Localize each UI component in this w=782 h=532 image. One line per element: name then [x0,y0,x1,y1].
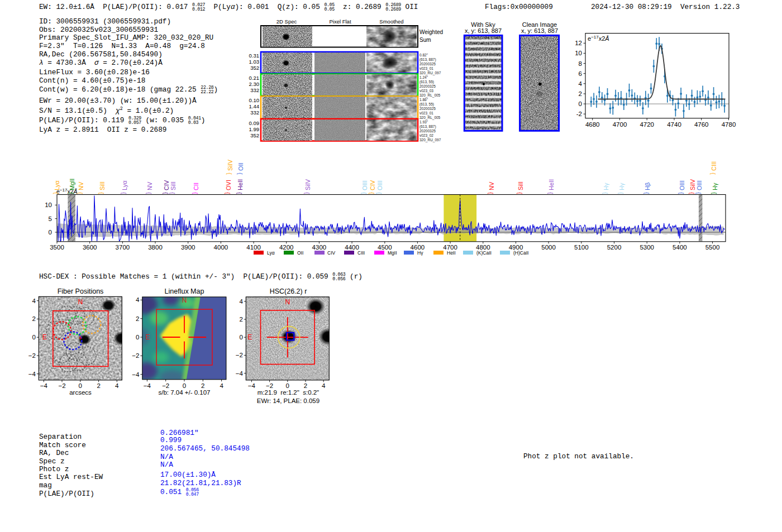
svg-text:−4: −4 [28,371,36,377]
svg-text:0: 0 [79,382,82,389]
svg-text:4: 4 [239,298,243,305]
svg-text:0: 0 [579,100,582,107]
svg-text:HSC(26.2) r: HSC(26.2) r [270,287,307,295]
svg-text:2: 2 [97,382,100,389]
svg-text:−4: −4 [144,382,151,389]
svg-text:4740: 4740 [667,121,681,128]
svg-text:4: 4 [115,382,119,389]
svg-text:4: 4 [136,296,140,303]
svg-text:E: E [247,333,252,341]
svg-text:5400: 5400 [673,244,687,251]
svg-text:4100: 4100 [246,244,261,251]
svg-text:−4: −4 [40,382,48,389]
svg-text:10: 10 [575,50,582,56]
svg-text:−4: −4 [236,370,244,377]
svg-text:2: 2 [304,382,307,389]
svg-text:0: 0 [136,334,139,341]
svg-text:5000: 5000 [541,244,556,251]
svg-text:−2: −2 [58,382,65,389]
svg-text:s/b: 7.04 +/- 0.107: s/b: 7.04 +/- 0.107 [158,389,210,396]
svg-text:4: 4 [32,298,36,304]
svg-text:4: 4 [220,382,223,389]
svg-text:5200: 5200 [607,244,622,251]
svg-text:4780: 4780 [722,121,736,128]
svg-text:12: 12 [575,40,582,46]
svg-text:−2: −2 [28,352,36,359]
svg-text:8: 8 [579,60,582,67]
svg-text:5100: 5100 [574,244,589,251]
svg-text:2: 2 [239,316,242,323]
svg-text:4000: 4000 [214,244,228,251]
svg-text:0: 0 [239,334,242,341]
svg-text:0: 0 [183,382,186,389]
svg-text:-2: -2 [576,111,582,117]
svg-text:−2: −2 [236,352,243,358]
svg-text:−2: −2 [162,382,169,389]
svg-text:E: E [42,333,47,341]
svg-text:3500: 3500 [50,244,64,251]
svg-text:−2: −2 [266,382,273,389]
svg-text:+: + [79,334,82,341]
svg-text:0: 0 [32,334,35,341]
svg-text:N: N [78,298,83,306]
svg-text:−4: −4 [132,371,140,378]
svg-text:4700: 4700 [613,121,627,128]
svg-text:N: N [285,298,290,306]
svg-text:4200: 4200 [279,244,294,251]
svg-text:m:21.9 re:1.2" s:0.2": m:21.9 re:1.2" s:0.2" [258,389,319,396]
svg-text:4: 4 [322,382,326,389]
svg-text:2: 2 [32,315,35,322]
svg-text:0: 0 [286,382,289,389]
svg-text:3700: 3700 [116,244,130,251]
svg-text:arcsecs: arcsecs [69,389,92,396]
svg-text:4: 4 [579,80,583,87]
svg-text:2: 2 [201,382,204,389]
svg-text:0: 0 [49,229,52,236]
svg-text:e−17x2Å: e−17x2Å [588,35,609,42]
svg-text:5300: 5300 [640,244,654,251]
svg-text:−2: −2 [132,352,139,359]
svg-text:5500: 5500 [705,244,720,251]
svg-text:4300: 4300 [312,244,327,251]
svg-text:E: E [145,333,150,341]
svg-text:2: 2 [579,90,582,97]
svg-text:4680: 4680 [585,121,600,128]
svg-text:Fiber Positions: Fiber Positions [58,287,104,295]
svg-text:N: N [182,296,187,304]
svg-text:10: 10 [45,202,52,208]
svg-text:Lineflux Map: Lineflux Map [165,287,204,295]
svg-text:3800: 3800 [148,244,163,251]
svg-text:4720: 4720 [640,121,654,128]
svg-text:4760: 4760 [694,121,709,128]
svg-text:EWr: 14, PLAE: 0.059: EWr: 14, PLAE: 0.059 [257,397,320,404]
svg-text:3600: 3600 [83,244,97,251]
svg-text:2: 2 [136,315,139,322]
svg-text:5: 5 [49,215,52,222]
svg-text:3900: 3900 [181,244,196,251]
svg-text:6: 6 [579,70,582,77]
svg-text:−4: −4 [248,382,256,389]
